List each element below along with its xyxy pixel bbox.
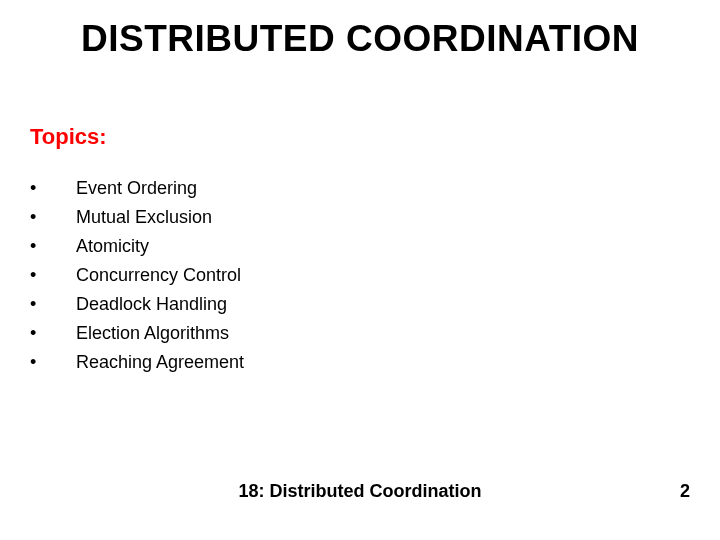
footer-title: 18: Distributed Coordination — [0, 481, 720, 502]
topic-text: Atomicity — [76, 236, 149, 257]
list-item: • Atomicity — [30, 236, 244, 257]
list-item: • Event Ordering — [30, 178, 244, 199]
topic-text: Deadlock Handling — [76, 294, 227, 315]
list-item: • Reaching Agreement — [30, 352, 244, 373]
topics-list: • Event Ordering • Mutual Exclusion • At… — [30, 178, 244, 381]
slide-title: DISTRIBUTED COORDINATION — [0, 18, 720, 60]
bullet-icon: • — [30, 323, 76, 344]
bullet-icon: • — [30, 265, 76, 286]
topic-text: Election Algorithms — [76, 323, 229, 344]
bullet-icon: • — [30, 352, 76, 373]
bullet-icon: • — [30, 207, 76, 228]
topics-heading: Topics: — [30, 124, 107, 150]
topic-text: Reaching Agreement — [76, 352, 244, 373]
topic-text: Mutual Exclusion — [76, 207, 212, 228]
topic-text: Concurrency Control — [76, 265, 241, 286]
list-item: • Concurrency Control — [30, 265, 244, 286]
topic-text: Event Ordering — [76, 178, 197, 199]
page-number: 2 — [680, 481, 690, 502]
bullet-icon: • — [30, 236, 76, 257]
bullet-icon: • — [30, 178, 76, 199]
slide: DISTRIBUTED COORDINATION Topics: • Event… — [0, 0, 720, 540]
list-item: • Election Algorithms — [30, 323, 244, 344]
bullet-icon: • — [30, 294, 76, 315]
list-item: • Deadlock Handling — [30, 294, 244, 315]
list-item: • Mutual Exclusion — [30, 207, 244, 228]
